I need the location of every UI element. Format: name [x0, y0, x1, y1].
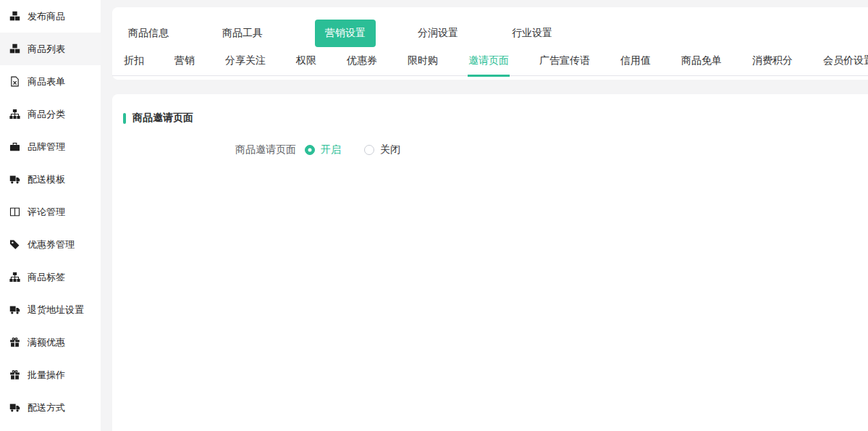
sidebar-item-label: 品牌管理	[28, 141, 65, 154]
sidebar-item-comment-management[interactable]: 评论管理	[0, 196, 101, 228]
subtab-member-price-settings[interactable]: 会员价设置	[822, 48, 868, 77]
gift-icon	[9, 369, 20, 380]
cubes-icon	[9, 11, 20, 22]
columns-icon	[9, 206, 20, 217]
subtab-consume-points[interactable]: 消费积分	[751, 48, 793, 77]
briefcase-icon	[9, 141, 20, 152]
sidebar-item-label: 商品列表	[28, 43, 65, 56]
sidebar-item-label: 满额优惠	[28, 336, 65, 349]
cubes-icon	[9, 43, 20, 54]
sidebar-item-goods-category[interactable]: 商品分类	[0, 98, 101, 130]
sidebar-item-delivery-method[interactable]: 配送方式	[0, 391, 101, 424]
radio-on-label: 开启	[321, 143, 341, 156]
subtab-credit-value[interactable]: 信用值	[620, 48, 652, 77]
truck-icon	[9, 174, 20, 185]
sidebar-item-label: 商品标签	[28, 271, 65, 284]
tab-goods-info[interactable]: 商品信息	[127, 27, 170, 40]
subtab-invite-page[interactable]: 邀请页面	[468, 48, 510, 77]
sidebar-item-label: 退货地址设置	[28, 304, 84, 317]
sidebar-item-label: 配送方式	[28, 401, 65, 414]
main-tab-bar: 商品信息 商品工具 营销设置 分润设置 行业设置	[112, 20, 868, 47]
sitemap-icon	[9, 272, 20, 283]
subtab-share-follow[interactable]: 分享关注	[224, 48, 266, 77]
sidebar-item-goods-form[interactable]: 商品表单	[0, 65, 101, 98]
radio-selected-icon[interactable]	[305, 145, 315, 155]
sidebar-item-label: 商品表单	[28, 75, 65, 88]
sidebar-item-return-address-settings[interactable]: 退货地址设置	[0, 293, 101, 326]
radio-option-on[interactable]: 开启	[305, 143, 341, 156]
subtab-discount[interactable]: 折扣	[123, 48, 145, 77]
truck-icon	[9, 304, 20, 315]
subtab-permission[interactable]: 权限	[295, 48, 317, 77]
sidebar-item-label: 批量操作	[28, 369, 65, 382]
tab-goods-tools[interactable]: 商品工具	[221, 27, 264, 40]
invite-page-form-row: 商品邀请页面 开启 关闭	[112, 143, 868, 156]
tab-marketing-settings[interactable]: 营销设置	[315, 20, 376, 47]
sidebar-item-coupon-management[interactable]: 优惠券管理	[0, 228, 101, 261]
tag-icon	[9, 239, 20, 250]
sidebar-item-label: 配送模板	[28, 173, 65, 186]
sidebar-item-label: 评论管理	[28, 206, 65, 219]
truck-icon	[9, 402, 20, 413]
tab-industry-settings[interactable]: 行业设置	[510, 27, 554, 40]
excel-file-icon	[9, 76, 20, 87]
sub-tab-bar: 折扣 营销 分享关注 权限 优惠券 限时购 邀请页面 广告宣传语 信用值 商品免…	[112, 48, 868, 76]
radio-option-off[interactable]: 关闭	[364, 143, 400, 156]
main-area: 商品信息 商品工具 营销设置 分润设置 行业设置 折扣 营销 分享关注 权限 优…	[112, 0, 868, 431]
sidebar-item-delivery-template[interactable]: 配送模板	[0, 163, 101, 196]
sidebar-item-batch-operation[interactable]: 批量操作	[0, 359, 101, 391]
section-title: 商品邀请页面	[132, 112, 193, 125]
sidebar-item-brand-management[interactable]: 品牌管理	[0, 130, 101, 163]
section-header: 商品邀请页面	[112, 94, 868, 125]
subtab-goods-free-order[interactable]: 商品免单	[681, 48, 722, 77]
subtab-marketing[interactable]: 营销	[174, 48, 195, 77]
sidebar-item-goods-list[interactable]: 商品列表	[0, 33, 101, 65]
gift-icon	[9, 337, 20, 348]
tabs-panel: 商品信息 商品工具 营销设置 分润设置 行业设置 折扣 营销 分享关注 权限 优…	[112, 7, 868, 80]
sidebar: 发布商品 商品列表 商品表单 商品分类 品牌管理 配送模板 评论	[0, 0, 101, 431]
sidebar-item-label: 商品分类	[28, 108, 65, 121]
sidebar-item-label: 发布商品	[28, 10, 65, 23]
invite-page-label: 商品邀请页面	[235, 143, 296, 156]
sidebar-item-goods-tags[interactable]: 商品标签	[0, 261, 101, 293]
sidebar-item-full-discount[interactable]: 满额优惠	[0, 326, 101, 359]
radio-unselected-icon[interactable]	[364, 145, 374, 155]
radio-off-label: 关闭	[380, 143, 400, 156]
subtab-coupon[interactable]: 优惠券	[346, 48, 378, 77]
section-accent-bar	[123, 113, 126, 124]
subtab-ad-slogan[interactable]: 广告宣传语	[539, 48, 591, 77]
subtab-flash-sale[interactable]: 限时购	[407, 48, 439, 77]
sidebar-item-publish-goods[interactable]: 发布商品	[0, 0, 101, 33]
tab-profit-settings[interactable]: 分润设置	[416, 27, 460, 40]
sitemap-icon	[9, 109, 20, 120]
content-panel: 商品邀请页面 商品邀请页面 开启 关闭	[112, 94, 868, 431]
sidebar-item-label: 优惠券管理	[28, 238, 75, 251]
